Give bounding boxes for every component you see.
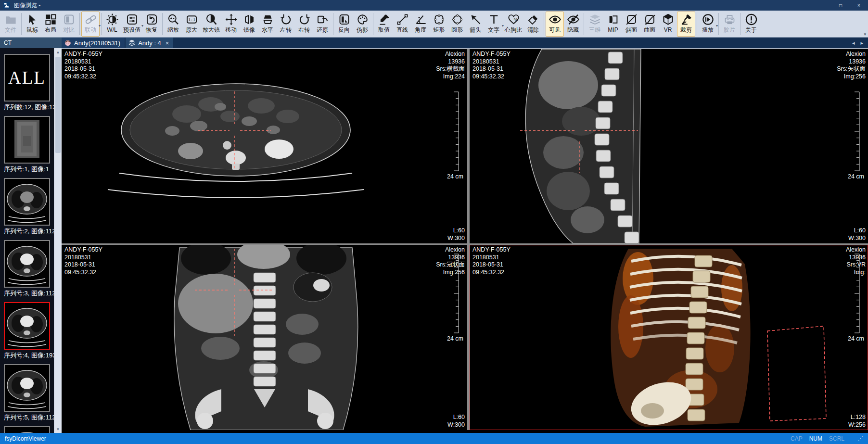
minimize-button[interactable]: — (813, 0, 831, 11)
viewport-axial[interactable]: ANDY-F-055Y 20180531 2018-05-31 09:45:32… (62, 49, 467, 243)
toolbar-button-rotate-left[interactable]: 左转 (277, 12, 295, 37)
film-printer-icon (723, 13, 736, 26)
play-icon (702, 13, 715, 26)
viewport-coronal[interactable]: ANDY-F-055Y 20180531 2018-05-31 09:45:32… (62, 245, 467, 430)
scrollbar-thumb[interactable] (55, 57, 61, 153)
toolbar-button-circle[interactable]: 圆形 (448, 12, 466, 37)
series-list-item[interactable]: 序列号:1, 图像:1 (4, 116, 50, 174)
series-number-label: 13936 (837, 58, 866, 66)
toolbar-button-folder[interactable]: 文件 (1, 12, 20, 37)
toolbar-button-mip[interactable]: MIP (604, 12, 622, 37)
toolbar-button-label: 右转 (298, 26, 310, 34)
toolbar-button-heart-ratio[interactable]: % 心胸比 (503, 12, 524, 37)
toolbar-separator (544, 13, 544, 35)
overlay-series-info: Alexion 13936 Srs:冠状面 Img:256 (436, 246, 465, 276)
chevron-down-icon[interactable]: ▾ (716, 24, 718, 28)
scale-label: 24 cm (447, 335, 463, 343)
toolbar-button-mirror[interactable]: 镜像 (240, 12, 258, 37)
toolbar-button-film-printer[interactable]: 胶片 (720, 12, 739, 37)
toolbar-button-layers-3d[interactable]: 三维 (586, 12, 604, 37)
series-list-item[interactable]: ALL 序列数:12, 图像:1249 (4, 54, 50, 112)
overlay-window-info: L:60 W:300 (447, 227, 465, 242)
compare-icon (63, 13, 76, 26)
folder-icon (4, 13, 17, 26)
window-width-label: W:300 (447, 421, 465, 429)
tab-scroll-left-icon[interactable]: ◂ (852, 40, 855, 46)
patient-label: ANDY-F-055Y (472, 51, 511, 58)
toolbar-button-angle[interactable]: 角度 (411, 12, 430, 37)
toolbar-button-cursor[interactable]: 鼠标 (23, 12, 41, 37)
patient-tab[interactable]: Andy(20180531) (62, 38, 125, 48)
overlay-patient-info: ANDY-F-055Y 20180531 2018-05-31 09:45:32… (64, 246, 102, 276)
toolbar-button-actual-size[interactable]: 1:1 原大 (182, 12, 201, 37)
toolbar-button-compare[interactable]: 对比 (60, 12, 78, 37)
scroll-up-icon[interactable]: ▲ (54, 48, 62, 56)
toolbar-button-invert[interactable]: 反向 (335, 12, 353, 37)
window-width-label: W:300 (447, 235, 465, 242)
toolbar-button-play[interactable]: 播放 ▾ (699, 12, 717, 37)
toolbar-button-label: 左转 (280, 26, 292, 34)
study-date-label: 2018-05-31 (64, 65, 102, 73)
toolbar-overflow-icon[interactable]: ▾ (864, 32, 866, 37)
toolbar-button-label: 胶片 (724, 26, 735, 34)
toolbar-button-label: 水平 (262, 26, 273, 34)
toolbar-button-rectangle[interactable]: 矩形 (430, 12, 448, 37)
series-list-item[interactable]: 序列号:2, 图像:112 (4, 178, 50, 236)
image-number-label: Img:256 (436, 269, 465, 277)
scroll-down-icon[interactable]: ▼ (54, 425, 62, 433)
study-date-label: 2018-05-31 (472, 65, 511, 73)
toolbar-button-label: 清除 (527, 26, 539, 34)
resize-grip-icon[interactable]: ⋰ (858, 435, 863, 442)
maximize-button[interactable]: □ (831, 0, 850, 11)
series-list-item[interactable]: 序列号:4, 图像:193 (4, 302, 50, 360)
toolbar-button-restore[interactable]: 恢复 (142, 12, 161, 37)
toolbar-button-magnifier[interactable]: 放大镜 (201, 12, 222, 37)
series-tab[interactable]: Andy : 4 × (126, 38, 173, 48)
toolbar-button-zoom[interactable]: 缩放 (164, 12, 182, 37)
series-thumbnail: ALL (4, 54, 50, 101)
series-list-item[interactable] (4, 426, 50, 433)
toolbar-button-text[interactable]: 文字 ▾ (485, 12, 503, 37)
toolbar-separator (740, 13, 740, 35)
toolbar-button-oblique-plane[interactable]: 斜面 (622, 12, 640, 37)
toolbar-button-pan[interactable]: 移动 (222, 12, 240, 37)
angle-icon (414, 13, 427, 26)
toolbar-button-eye-visible[interactable]: 可见 (546, 12, 564, 37)
crop-knife-icon (680, 13, 693, 26)
toolbar-button-line[interactable]: 直线 (393, 12, 411, 37)
toolbar-button-presets[interactable]: 预设值 ▾ (121, 12, 142, 37)
toolbar-button-rotate-right[interactable]: 右转 (295, 12, 313, 37)
toolbar-button-label: 角度 (415, 26, 426, 34)
toolbar-button-label: 伪影 (357, 26, 368, 34)
viewport-vr[interactable]: ANDY-F-055Y 20180531 2018-05-31 09:45:32… (470, 245, 868, 430)
toolbar-button-reset[interactable]: 还原 (313, 12, 332, 37)
sidebar-scrollbar[interactable]: ▲ ▼ (54, 48, 62, 433)
toolbar-button-wl[interactable]: W/L (103, 12, 121, 37)
toolbar-button-link[interactable]: 联动 ▾ (81, 12, 100, 37)
scale-ruler (854, 91, 860, 171)
toolbar-button-palette[interactable]: 伪影 (353, 12, 371, 37)
toolbar-button-about[interactable]: 关于 (742, 12, 760, 37)
viewport-sagittal[interactable]: ANDY-F-055Y 20180531 2018-05-31 09:45:32… (470, 49, 868, 243)
toolbar-button-label: 文件 (5, 26, 16, 34)
toolbar-button-flip-horizontal[interactable]: 水平 (258, 12, 277, 37)
toolbar-button-eye-hidden[interactable]: 隐藏 (564, 12, 582, 37)
toolbar-button-value-picker[interactable]: 取值 (375, 12, 393, 37)
toolbar-button-label: 曲面 (644, 26, 655, 34)
series-list-item[interactable]: 序列号:3, 图像:112 (4, 240, 50, 298)
toolbar-button-cube-vr[interactable]: VR (659, 12, 677, 37)
tab-close-icon[interactable]: × (166, 40, 169, 46)
ct-image-sagittal (470, 49, 868, 243)
toolbar-button-crop-knife[interactable]: 裁剪 (677, 12, 695, 37)
toolbar-separator (697, 13, 697, 35)
toolbar-button-layout[interactable]: 布局 (41, 12, 60, 37)
toolbar-button-arrow[interactable]: 箭头 (466, 12, 485, 37)
study-time-label: 09:45:32.32 (472, 269, 511, 277)
tab-scroll-right-icon[interactable]: ▸ (860, 40, 863, 46)
chevron-down-icon[interactable]: ▾ (99, 24, 101, 28)
toolbar-button-curved-plane[interactable]: 曲面 (640, 12, 659, 37)
series-list-item[interactable]: 序列号:5, 图像:112 (4, 364, 50, 422)
toolbar-button-eraser[interactable]: 清除 (524, 12, 542, 37)
close-button[interactable]: × (850, 0, 868, 11)
num-indicator: NUM (809, 435, 822, 442)
